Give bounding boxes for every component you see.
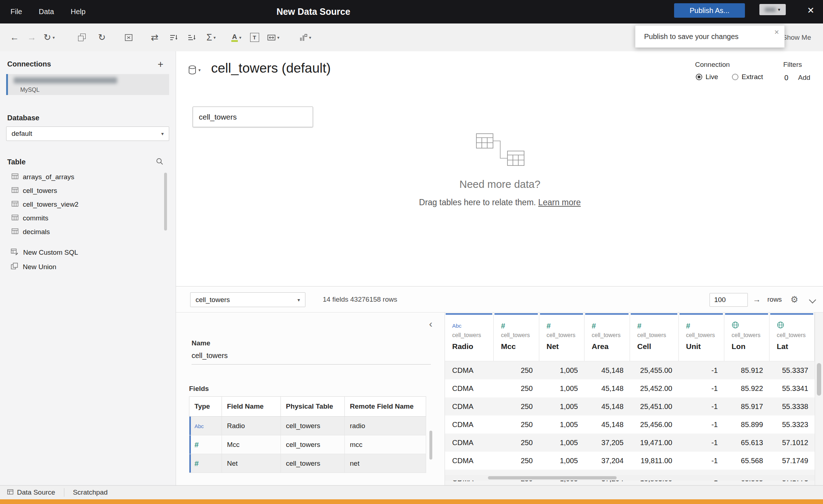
cell-size-icon[interactable]: ▾ [267, 30, 279, 45]
grid-column-header[interactable]: Abccell_towersRadio [445, 313, 494, 361]
grid-cell[interactable]: -1 [679, 434, 724, 452]
grid-cell[interactable]: 45,148 [584, 397, 630, 415]
grid-cell[interactable]: 250 [494, 361, 539, 379]
swap-rows-columns-icon[interactable]: ⇄ [149, 30, 161, 45]
data-source-icon[interactable]: ▾ [188, 65, 201, 75]
grid-cell[interactable]: 45,148 [584, 415, 630, 434]
sort-descending-icon[interactable] [185, 30, 198, 45]
learn-more-link[interactable]: Learn more [538, 198, 581, 207]
grid-column-header[interactable]: #cell_towersCell [630, 313, 679, 361]
radio-live[interactable]: Live [696, 73, 718, 81]
grid-cell[interactable]: 37,204 [584, 452, 630, 470]
horizontal-scrollbar[interactable] [445, 475, 815, 481]
grid-cell[interactable]: 85.912 [724, 361, 770, 379]
grid-cell[interactable]: 37,205 [584, 434, 630, 452]
grid-cell[interactable]: 55.3338 [770, 397, 815, 415]
search-icon[interactable] [156, 158, 163, 167]
connection-item[interactable]: MySQL [6, 74, 169, 95]
database-select[interactable]: default ▾ [6, 126, 169, 141]
vertical-scrollbar[interactable] [815, 313, 823, 485]
tab-data-source[interactable]: Data Source [0, 486, 64, 499]
canvas-table-node[interactable]: cell_towers [193, 107, 313, 127]
grid-cell[interactable]: 250 [494, 397, 539, 415]
filters-add-button[interactable]: Add [798, 74, 810, 82]
grid-cell[interactable]: 250 [494, 379, 539, 397]
new-union-button[interactable]: New Union [0, 260, 176, 274]
grid-cell[interactable]: 25,451.00 [630, 397, 679, 415]
grid-cell[interactable]: -1 [679, 361, 724, 379]
sidebar-scrollbar-thumb[interactable] [164, 173, 167, 231]
gear-icon[interactable]: ⚙ [790, 287, 798, 313]
sidebar-table-item[interactable]: commits [0, 211, 176, 225]
grid-cell[interactable]: 57.1749 [770, 452, 815, 470]
grid-column-header[interactable]: #cell_towersUnit [679, 313, 724, 361]
grid-cell[interactable]: 1,005 [539, 397, 584, 415]
grid-column-header[interactable]: #cell_towersNet [539, 313, 584, 361]
grid-cell[interactable]: 55.3323 [770, 415, 815, 434]
sidebar-table-item[interactable]: cell_towers_view2 [0, 198, 176, 211]
metadata-scrollbar-thumb[interactable] [429, 431, 432, 460]
radio-extract[interactable]: Extract [732, 73, 763, 81]
metadata-field-row[interactable]: AbcRadiocell_towersradio [189, 417, 426, 435]
grid-column-header[interactable]: #cell_towersArea [584, 313, 630, 361]
grid-cell[interactable]: 57.1012 [770, 434, 815, 452]
grid-cell[interactable]: 45,148 [584, 379, 630, 397]
grid-cell[interactable]: 1,005 [539, 361, 584, 379]
menu-file[interactable]: File [10, 8, 22, 16]
grid-cell[interactable]: -1 [679, 415, 724, 434]
grid-cell[interactable]: 1,005 [539, 379, 584, 397]
refresh-icon[interactable]: ↻▾ [43, 30, 55, 45]
grid-cell[interactable]: 45,148 [584, 361, 630, 379]
grid-cell[interactable]: CDMA [445, 452, 494, 470]
totals-icon[interactable]: Σ▾ [205, 30, 217, 45]
grid-cell[interactable]: 55.3337 [770, 361, 815, 379]
clear-sheet-icon[interactable] [123, 30, 135, 45]
preview-table-select[interactable]: cell_towers ▾ [190, 292, 305, 307]
duplicate-icon[interactable] [76, 30, 88, 45]
grid-cell[interactable]: CDMA [445, 415, 494, 434]
grid-cell[interactable]: -1 [679, 452, 724, 470]
name-value-field[interactable]: cell_towers [192, 352, 431, 365]
grid-cell[interactable]: 1,005 [539, 452, 584, 470]
grid-cell[interactable]: CDMA [445, 361, 494, 379]
menu-data[interactable]: Data [39, 8, 54, 16]
chevron-down-icon[interactable] [809, 296, 816, 303]
horizontal-scrollbar-thumb[interactable] [488, 476, 617, 479]
grid-cell[interactable]: 25,455.00 [630, 361, 679, 379]
grid-cell[interactable]: -1 [679, 397, 724, 415]
highlight-icon[interactable]: A▾ [230, 30, 243, 45]
grid-column-header[interactable]: #cell_towersMcc [494, 313, 539, 361]
grid-column-header[interactable]: cell_towersLon [724, 313, 770, 361]
sidebar-table-item[interactable]: cell_towers [0, 184, 176, 198]
publish-as-button[interactable]: Publish As... [674, 3, 745, 18]
grid-cell[interactable]: 250 [494, 452, 539, 470]
grid-cell[interactable]: 1,005 [539, 434, 584, 452]
redo-icon[interactable]: → [26, 30, 38, 45]
grid-cell[interactable]: 85.899 [724, 415, 770, 434]
grid-cell[interactable]: CDMA [445, 397, 494, 415]
grid-cell[interactable]: 19,471.00 [630, 434, 679, 452]
sidebar-table-item[interactable]: arrays_of_arrays [0, 170, 176, 184]
tooltip-close-icon[interactable]: ✕ [774, 29, 779, 36]
add-connection-icon[interactable]: + [158, 61, 163, 68]
row-count-input[interactable] [710, 293, 748, 307]
grid-cell[interactable]: 85.917 [724, 397, 770, 415]
metadata-field-row[interactable]: #Mcccell_towersmcc [189, 435, 426, 454]
grid-cell[interactable]: 85.922 [724, 379, 770, 397]
grid-cell[interactable]: 65.568 [724, 452, 770, 470]
metadata-field-row[interactable]: #Netcell_towersnet [189, 454, 426, 473]
grid-column-header[interactable]: cell_towersLat [770, 313, 815, 361]
grid-cell[interactable]: 65.613 [724, 434, 770, 452]
grid-cell[interactable]: 250 [494, 415, 539, 434]
text-label-icon[interactable]: T [248, 30, 261, 45]
vertical-scrollbar-thumb[interactable] [817, 363, 821, 396]
show-me-button[interactable]: Show Me [783, 23, 811, 51]
show-mark-labels-icon[interactable]: ▾ [299, 30, 311, 45]
new-custom-sql-button[interactable]: New Custom SQL [0, 245, 176, 260]
grid-cell[interactable]: CDMA [445, 379, 494, 397]
grid-cell[interactable]: 25,456.00 [630, 415, 679, 434]
grid-cell[interactable]: 250 [494, 434, 539, 452]
grid-cell[interactable]: 19,811.00 [630, 452, 679, 470]
window-close-button[interactable]: ✕ [805, 5, 816, 16]
grid-cell[interactable]: 1,005 [539, 415, 584, 434]
